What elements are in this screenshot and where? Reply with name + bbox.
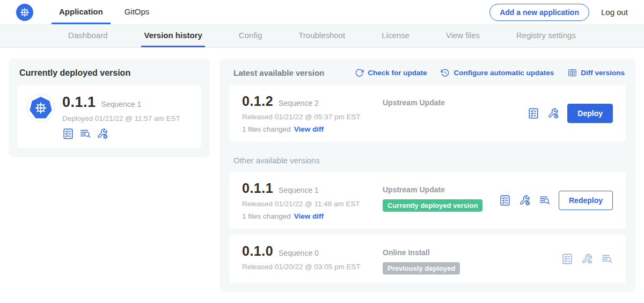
- view-diff-link[interactable]: View diff: [294, 125, 324, 133]
- check-for-update-label: Check for update: [368, 69, 427, 77]
- version-history-panel: Latest available version Check for updat…: [219, 59, 635, 292]
- view-config-icon[interactable]: [581, 253, 593, 265]
- subnav-dashboard[interactable]: Dashboard: [65, 25, 110, 47]
- edit-config-icon[interactable]: [97, 128, 108, 140]
- subnav-troubleshoot[interactable]: Troubleshoot: [296, 25, 348, 47]
- subnav-registry-settings[interactable]: Registry settings: [514, 25, 579, 47]
- refresh-icon: [355, 68, 364, 77]
- app-tabs: Application GitOps: [52, 0, 163, 24]
- diff-icon: [568, 68, 577, 77]
- logout-button[interactable]: Log out: [601, 8, 628, 17]
- version-number: 0.1.2: [242, 93, 273, 109]
- version-source-label: Online Install: [383, 248, 561, 257]
- subnav-config[interactable]: Config: [236, 25, 265, 47]
- released-date: Released 01/21/22 @ 11:48 am EST: [242, 200, 383, 208]
- deployed-panel-title: Currently deployed version: [19, 68, 201, 78]
- sequence-label: Sequence 1: [279, 186, 319, 194]
- app-logo: [27, 94, 55, 122]
- latest-version-header: Latest available version: [233, 68, 324, 77]
- view-diff-link[interactable]: View diff: [294, 212, 324, 220]
- sequence-label: Sequence 0: [279, 249, 319, 257]
- preflight-checks-icon[interactable]: [561, 253, 573, 265]
- edit-config-icon[interactable]: [547, 107, 559, 119]
- deploy-logs-icon[interactable]: [79, 128, 91, 140]
- subnav-version-history[interactable]: Version history: [141, 25, 204, 47]
- released-date: Released 01/21/22 @ 05:37 pm EST: [242, 113, 383, 121]
- version-source-label: Upstream Update: [383, 185, 499, 194]
- tab-gitops-label: GitOps: [125, 7, 150, 16]
- auto-update-icon: [441, 68, 450, 77]
- version-number: 0.1.1: [242, 181, 273, 196]
- check-for-update-link[interactable]: Check for update: [355, 68, 427, 77]
- currently-deployed-panel: Currently deployed version 0.1.1 Sequenc…: [9, 59, 210, 157]
- tab-gitops[interactable]: GitOps: [117, 0, 157, 24]
- version-row-0-1-1: 0.1.1 Sequence 1 Released 01/21/22 @ 11:…: [229, 172, 626, 229]
- deployed-sequence-label: Sequence 1: [101, 100, 142, 109]
- tab-application-label: Application: [59, 7, 103, 16]
- deployed-date: Deployed 01/21/22 @ 11:57 am EST: [62, 114, 180, 122]
- released-date: Released 01/20/22 @ 03:05 pm EST: [242, 263, 383, 271]
- sequence-label: Sequence 2: [279, 99, 319, 107]
- tab-application[interactable]: Application: [52, 0, 111, 24]
- deployed-version-number: 0.1.1: [62, 94, 96, 111]
- files-changed-label: 1 files changed: [242, 125, 291, 133]
- files-changed-label: 1 files changed: [242, 212, 291, 220]
- diff-versions-label: Diff versions: [581, 69, 625, 77]
- version-row-0-1-0: 0.1.0 Sequence 0 Released 01/20/22 @ 03:…: [229, 235, 626, 283]
- diff-versions-link[interactable]: Diff versions: [568, 68, 625, 77]
- configure-updates-label: Configure automatic updates: [453, 69, 554, 77]
- preflight-checks-icon[interactable]: [62, 128, 74, 140]
- app-subnav: Dashboard Version history Config Trouble…: [0, 25, 644, 48]
- configure-automatic-updates-link[interactable]: Configure automatic updates: [441, 68, 554, 77]
- preflight-checks-icon[interactable]: [528, 107, 539, 119]
- subnav-view-files[interactable]: View files: [443, 25, 482, 47]
- edit-config-icon[interactable]: [519, 194, 531, 206]
- deployed-version-card: 0.1.1 Sequence 1 Deployed 01/21/22 @ 11:…: [17, 85, 201, 148]
- subnav-license[interactable]: License: [379, 25, 412, 47]
- top-nav: Application GitOps Add a new application…: [0, 0, 644, 25]
- other-versions-header: Other available versions: [233, 156, 625, 165]
- preflight-checks-icon[interactable]: [499, 194, 511, 206]
- previously-deployed-badge: Previously deployed: [383, 262, 460, 275]
- kubernetes-logo: [16, 4, 33, 21]
- deploy-logs-icon[interactable]: [539, 194, 551, 206]
- deploy-logs-icon[interactable]: [601, 253, 613, 265]
- kubernetes-heptagon-icon: [30, 97, 52, 119]
- version-number: 0.1.0: [242, 243, 273, 259]
- redeploy-button[interactable]: Redeploy: [559, 191, 613, 210]
- currently-deployed-badge: Currently deployed version: [383, 199, 482, 212]
- add-application-button[interactable]: Add a new application: [489, 4, 589, 21]
- version-source-label: Upstream Update: [383, 98, 528, 107]
- deploy-button[interactable]: Deploy: [567, 104, 613, 123]
- version-row-0-1-2: 0.1.2 Sequence 2 Released 01/21/22 @ 05:…: [229, 85, 626, 142]
